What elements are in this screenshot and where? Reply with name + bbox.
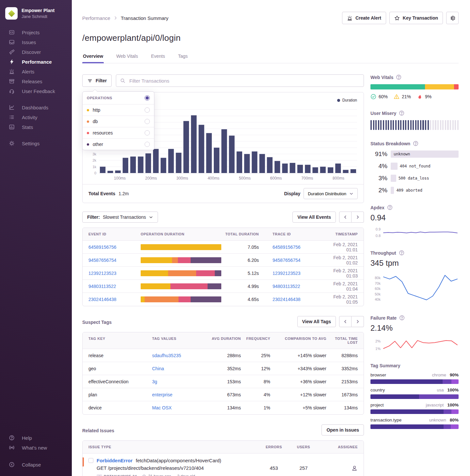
sidebar-item-projects[interactable]: Projects bbox=[0, 27, 72, 37]
sidebar-item-help[interactable]: Help bbox=[0, 433, 72, 443]
op-segment-http bbox=[141, 244, 221, 250]
question-circle-icon[interactable] bbox=[399, 250, 404, 256]
svg-text:60k: 60k bbox=[375, 287, 381, 291]
next-page-button[interactable] bbox=[352, 316, 364, 327]
tab-events[interactable]: Events bbox=[150, 50, 166, 63]
sidebar-item-label: What's new bbox=[22, 445, 47, 451]
sidebar-item-discover[interactable]: Discover bbox=[0, 47, 72, 57]
events-filter-select[interactable]: Filter: Slowest Transactions bbox=[82, 212, 158, 223]
event-timestamp: Feb 2, 2021 01:03 bbox=[321, 268, 358, 278]
tag-value-link[interactable]: enterprise bbox=[152, 392, 208, 397]
sidebar-item-user-feedback[interactable]: User Feedback bbox=[0, 86, 72, 96]
operation-radio[interactable] bbox=[145, 119, 150, 124]
sidebar-item-collapse[interactable]: Collapse bbox=[0, 460, 72, 469]
sidebar-item-stats[interactable]: Stats bbox=[0, 122, 72, 132]
sidebar-item-what-s-new[interactable]: What's new bbox=[0, 443, 72, 452]
display-select[interactable]: Duration Distribution bbox=[304, 188, 358, 199]
tag-value-link[interactable]: China bbox=[152, 366, 208, 371]
operation-radio[interactable] bbox=[145, 142, 150, 147]
settings-icon bbox=[9, 140, 15, 146]
event-id-link[interactable]: 94587656754 bbox=[88, 258, 141, 263]
operations-all-radio[interactable] bbox=[145, 95, 150, 101]
operation-option-other[interactable]: other bbox=[83, 138, 154, 150]
trace-id-link[interactable]: 94803113522 bbox=[273, 284, 321, 289]
tag-value-link[interactable]: sdaufhu35235 bbox=[152, 353, 208, 358]
next-page-button[interactable] bbox=[352, 212, 364, 223]
misery-segment bbox=[390, 120, 392, 130]
tag-summary-percent: 90% bbox=[450, 373, 459, 377]
tab-tags[interactable]: Tags bbox=[177, 50, 188, 63]
tag-summary-segment bbox=[451, 409, 459, 414]
sidebar-nav: ProjectsIssuesDiscoverPerformanceAlertsR… bbox=[0, 27, 72, 155]
avg-duration: 153ms bbox=[208, 379, 241, 384]
svg-text:600ms: 600ms bbox=[270, 176, 282, 181]
avg-duration: 673ms bbox=[208, 392, 241, 397]
misery-segment bbox=[457, 120, 459, 130]
assignee-user-icon[interactable] bbox=[351, 465, 358, 471]
related-issues-table: ISSUE TYPEERRORSUSERSASSIGNEE ForbiddenE… bbox=[82, 440, 364, 476]
prev-page-button[interactable] bbox=[339, 316, 352, 327]
issue-type-link[interactable]: ForbiddenError bbox=[97, 458, 133, 463]
search-icon bbox=[120, 78, 125, 83]
issue-checkbox[interactable] bbox=[88, 458, 93, 463]
operation-option-db[interactable]: db bbox=[83, 116, 154, 127]
operation-option-http[interactable]: http bbox=[83, 104, 154, 116]
events-toolbar: Filter: Slowest Transactions View All Ev… bbox=[82, 212, 364, 223]
sidebar-item-issues[interactable]: Issues bbox=[0, 37, 72, 47]
tag-value-link[interactable]: 3g bbox=[152, 379, 208, 384]
event-id-link[interactable]: 94803113522 bbox=[88, 284, 141, 289]
create-alert-button[interactable]: Create Alert bbox=[342, 12, 386, 24]
sidebar-item-settings[interactable]: Settings bbox=[0, 138, 72, 148]
comparison: +5% slower bbox=[270, 405, 326, 410]
search-input[interactable] bbox=[129, 78, 360, 84]
op-segment-http bbox=[141, 283, 170, 289]
trace-id-link[interactable]: 12392123523 bbox=[273, 271, 321, 276]
operation-option-resources[interactable]: resources bbox=[83, 127, 154, 138]
trace-id-link[interactable]: 64589156756 bbox=[273, 245, 321, 250]
event-id-link[interactable]: 64589156756 bbox=[88, 245, 141, 250]
settings-gear-button[interactable] bbox=[446, 12, 459, 24]
status-row: 4%404 not_found bbox=[370, 163, 459, 170]
tag-value-link[interactable]: Mac OSX bbox=[152, 405, 208, 410]
sidebar-item-alerts[interactable]: Alerts bbox=[0, 67, 72, 76]
trace-id-link[interactable]: 94587656754 bbox=[273, 258, 321, 263]
org-switcher[interactable]: Empower Plant Jane Schmidt bbox=[0, 5, 72, 27]
trace-id-link[interactable]: 23024146438 bbox=[273, 297, 321, 302]
gear-icon bbox=[450, 15, 455, 21]
tag-summary-value: usa bbox=[437, 388, 444, 392]
suspect-tag-row: release sdaufhu35235 288ms 25% +145% slo… bbox=[83, 349, 364, 362]
sidebar-footer: HelpWhat's newCollapse bbox=[0, 433, 72, 469]
total-duration: 7.05s bbox=[222, 245, 259, 250]
event-id-link[interactable]: 23024146438 bbox=[88, 297, 141, 302]
question-circle-icon[interactable] bbox=[387, 205, 393, 210]
misery-segment bbox=[450, 120, 451, 130]
question-circle-icon[interactable] bbox=[399, 315, 405, 321]
sidebar-item-activity[interactable]: Activity bbox=[0, 112, 72, 122]
event-id-link[interactable]: 12392123523 bbox=[88, 271, 141, 276]
sidebar-item-performance[interactable]: Performance bbox=[0, 57, 72, 67]
filter-button[interactable]: Filter bbox=[82, 74, 112, 87]
svg-text:100ms: 100ms bbox=[114, 176, 126, 181]
view-all-tags-button[interactable]: View All Tags bbox=[297, 316, 336, 327]
sidebar-item-dashboards[interactable]: Dashboards bbox=[0, 103, 72, 112]
prev-page-button[interactable] bbox=[339, 212, 352, 223]
fire-icon bbox=[417, 94, 423, 100]
sidebar-item-releases[interactable]: Releases bbox=[0, 76, 72, 86]
open-in-issues-button[interactable]: Open in Issues bbox=[321, 424, 364, 436]
question-circle-icon[interactable] bbox=[396, 74, 401, 80]
question-circle-icon[interactable] bbox=[399, 110, 404, 116]
tab-web-vitals[interactable]: Web Vitals bbox=[116, 50, 138, 63]
stats-icon bbox=[9, 124, 15, 130]
operation-radio[interactable] bbox=[145, 130, 150, 135]
misery-segment bbox=[388, 120, 389, 130]
failure-rate-chart: 2%1% bbox=[370, 335, 459, 352]
key-transaction-button[interactable]: Key Transaction bbox=[389, 12, 443, 24]
view-all-events-button[interactable]: View All Events bbox=[292, 212, 336, 223]
suspect-tags-head: Suspect Tags View All Tags bbox=[82, 316, 364, 327]
question-circle-icon[interactable] bbox=[413, 141, 418, 146]
operation-radio[interactable] bbox=[145, 107, 150, 113]
svg-text:500ms: 500ms bbox=[239, 176, 251, 181]
tab-overview[interactable]: Overview bbox=[82, 50, 104, 63]
status-label: 500 data_loss bbox=[399, 176, 429, 181]
breadcrumb-performance[interactable]: Performance bbox=[82, 15, 110, 21]
